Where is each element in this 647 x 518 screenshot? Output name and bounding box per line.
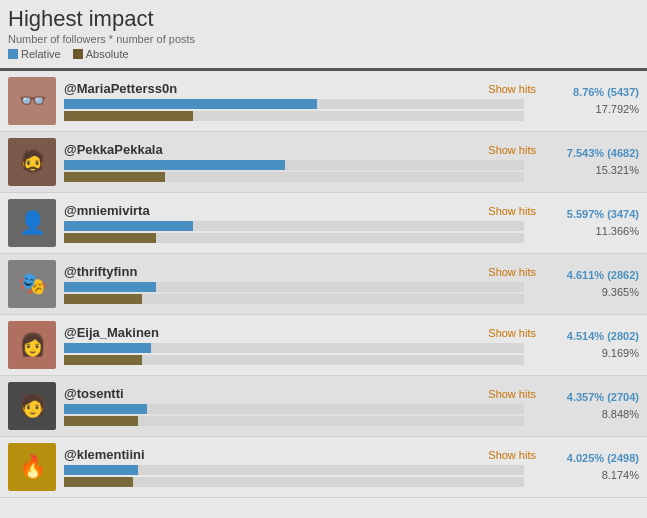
- bar-absolute-fill: [64, 294, 142, 304]
- user-list: 👓 @MariaPetterss0n Show hits 8.76% (5: [0, 71, 647, 518]
- legend-relative: Relative: [8, 48, 61, 60]
- username: @MariaPetterss0n: [64, 81, 177, 96]
- stats: 5.597% (3474) 11.366%: [544, 206, 639, 241]
- legend: Relative Absolute: [8, 48, 639, 60]
- avatar: 👓: [8, 77, 56, 125]
- bars: [64, 160, 536, 182]
- bar-relative-row: [64, 160, 524, 170]
- user-content: @klementiini Show hits: [64, 447, 536, 487]
- legend-absolute: Absolute: [73, 48, 129, 60]
- legend-absolute-label: Absolute: [86, 48, 129, 60]
- bar-absolute-row: [64, 477, 524, 487]
- stat-absolute: 8.848%: [544, 406, 639, 424]
- avatar: 👩: [8, 321, 56, 369]
- stat-relative: 4.611% (2862): [544, 267, 639, 285]
- bar-absolute-fill: [64, 416, 138, 426]
- bar-absolute-fill: [64, 111, 193, 121]
- show-hits-link[interactable]: Show hits: [488, 144, 536, 156]
- user-header: @Eija_Makinen Show hits: [64, 325, 536, 340]
- bar-relative-fill: [64, 465, 138, 475]
- username: @PekkaPekkala: [64, 142, 163, 157]
- table-row: 🧔 @PekkaPekkala Show hits 7.543% (468: [0, 132, 647, 193]
- stat-relative: 7.543% (4682): [544, 145, 639, 163]
- stats: 4.357% (2704) 8.848%: [544, 389, 639, 424]
- legend-relative-box: [8, 49, 18, 59]
- bars: [64, 404, 536, 426]
- stats: 4.514% (2802) 9.169%: [544, 328, 639, 363]
- avatar: 🧑: [8, 382, 56, 430]
- bar-absolute-fill: [64, 233, 156, 243]
- show-hits-link[interactable]: Show hits: [488, 266, 536, 278]
- table-row: 👤 @mniemivirta Show hits 5.597% (3474: [0, 193, 647, 254]
- bar-relative-fill: [64, 343, 151, 353]
- stat-relative: 8.76% (5437): [544, 84, 639, 102]
- avatar: 👤: [8, 199, 56, 247]
- user-content: @PekkaPekkala Show hits: [64, 142, 536, 182]
- user-content: @MariaPetterss0n Show hits: [64, 81, 536, 121]
- bar-relative-fill: [64, 160, 285, 170]
- bar-relative-row: [64, 221, 524, 231]
- user-content: @thriftyfinn Show hits: [64, 264, 536, 304]
- table-row: 🔥 @klementiini Show hits 4.025% (2498: [0, 437, 647, 498]
- stat-absolute: 9.365%: [544, 284, 639, 302]
- bars: [64, 465, 536, 487]
- stat-absolute: 17.792%: [544, 101, 639, 119]
- username: @mniemivirta: [64, 203, 150, 218]
- user-content: @tosentti Show hits: [64, 386, 536, 426]
- bar-relative-row: [64, 343, 524, 353]
- stat-absolute: 8.174%: [544, 467, 639, 485]
- stats: 4.611% (2862) 9.365%: [544, 267, 639, 302]
- username: @Eija_Makinen: [64, 325, 159, 340]
- bars: [64, 282, 536, 304]
- bars: [64, 343, 536, 365]
- user-header: @klementiini Show hits: [64, 447, 536, 462]
- show-hits-link[interactable]: Show hits: [488, 83, 536, 95]
- bars: [64, 221, 536, 243]
- stat-relative: 4.025% (2498): [544, 450, 639, 468]
- stat-absolute: 9.169%: [544, 345, 639, 363]
- stats: 8.76% (5437) 17.792%: [544, 84, 639, 119]
- user-content: @mniemivirta Show hits: [64, 203, 536, 243]
- bar-absolute-fill: [64, 172, 165, 182]
- stat-relative: 4.357% (2704): [544, 389, 639, 407]
- show-hits-link[interactable]: Show hits: [488, 388, 536, 400]
- user-header: @tosentti Show hits: [64, 386, 536, 401]
- bar-relative-row: [64, 282, 524, 292]
- bar-relative-fill: [64, 404, 147, 414]
- stat-absolute: 11.366%: [544, 223, 639, 241]
- avatar: 🔥: [8, 443, 56, 491]
- username: @thriftyfinn: [64, 264, 137, 279]
- stat-relative: 5.597% (3474): [544, 206, 639, 224]
- bar-relative-fill: [64, 282, 156, 292]
- bar-absolute-fill: [64, 477, 133, 487]
- table-row: 🧑 @tosentti Show hits 4.357% (2704): [0, 376, 647, 437]
- stats: 7.543% (4682) 15.321%: [544, 145, 639, 180]
- stat-relative: 4.514% (2802): [544, 328, 639, 346]
- username: @tosentti: [64, 386, 124, 401]
- show-hits-link[interactable]: Show hits: [488, 327, 536, 339]
- user-header: @thriftyfinn Show hits: [64, 264, 536, 279]
- stats: 4.025% (2498) 8.174%: [544, 450, 639, 485]
- legend-relative-label: Relative: [21, 48, 61, 60]
- bar-relative-row: [64, 465, 524, 475]
- avatar: 🧔: [8, 138, 56, 186]
- page-title: Highest impact: [8, 6, 639, 32]
- bar-relative-fill: [64, 99, 317, 109]
- user-header: @mniemivirta Show hits: [64, 203, 536, 218]
- bar-absolute-row: [64, 172, 524, 182]
- show-hits-link[interactable]: Show hits: [488, 449, 536, 461]
- username: @klementiini: [64, 447, 145, 462]
- legend-absolute-box: [73, 49, 83, 59]
- table-row: 🎭 @thriftyfinn Show hits 4.611% (2862: [0, 254, 647, 315]
- bar-absolute-row: [64, 294, 524, 304]
- table-row: 👩 @Eija_Makinen Show hits 4.514% (280: [0, 315, 647, 376]
- bar-absolute-fill: [64, 355, 142, 365]
- bars: [64, 99, 536, 121]
- bar-relative-row: [64, 99, 524, 109]
- user-header: @PekkaPekkala Show hits: [64, 142, 536, 157]
- show-hits-link[interactable]: Show hits: [488, 205, 536, 217]
- page-subtitle: Number of followers * number of posts: [8, 33, 639, 45]
- user-content: @Eija_Makinen Show hits: [64, 325, 536, 365]
- bar-absolute-row: [64, 233, 524, 243]
- stat-absolute: 15.321%: [544, 162, 639, 180]
